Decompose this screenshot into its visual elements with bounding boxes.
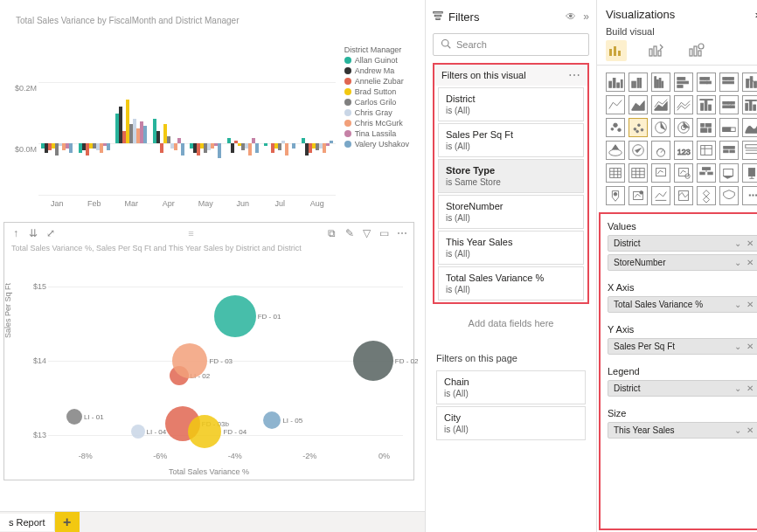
viz-type-icon[interactable] bbox=[651, 163, 670, 183]
legend-item[interactable]: Allan Guinot bbox=[344, 56, 409, 65]
viz-type-icon[interactable] bbox=[719, 73, 739, 92]
add-page-button[interactable]: + bbox=[55, 512, 80, 533]
viz-type-icon[interactable] bbox=[674, 186, 693, 205]
viz-type-icon[interactable] bbox=[719, 186, 739, 205]
viz-type-icon[interactable] bbox=[674, 163, 693, 183]
remove-icon[interactable]: ✕ bbox=[747, 342, 754, 351]
focus-icon[interactable]: ▭ bbox=[378, 227, 391, 239]
chevron-down-icon[interactable]: ⌄ bbox=[734, 383, 741, 393]
viz-type-icon[interactable] bbox=[651, 141, 670, 160]
legend-item[interactable]: Annelie Zubar bbox=[344, 77, 409, 86]
bar[interactable] bbox=[264, 143, 267, 146]
bar[interactable] bbox=[143, 126, 147, 143]
drill-up-icon[interactable]: ↑ bbox=[10, 227, 22, 239]
viz-type-icon[interactable] bbox=[606, 118, 625, 137]
field-well[interactable]: StoreNumber⌄✕ bbox=[608, 254, 757, 271]
viz-type-icon[interactable] bbox=[742, 95, 757, 114]
bubble[interactable] bbox=[66, 409, 82, 425]
expand-icon[interactable]: ⤢ bbox=[45, 227, 57, 239]
bar[interactable] bbox=[107, 143, 110, 150]
bubble[interactable] bbox=[188, 415, 221, 448]
viz-type-icon[interactable] bbox=[606, 95, 625, 114]
field-well[interactable]: Sales Per Sq Ft⌄✕ bbox=[608, 338, 757, 355]
bar[interactable] bbox=[167, 136, 170, 143]
more-icon[interactable]: ⋯ bbox=[396, 227, 408, 239]
legend-item[interactable]: Carlos Grilo bbox=[344, 98, 409, 107]
remove-icon[interactable]: ✕ bbox=[747, 238, 754, 248]
chart-scatter-sales-variance[interactable]: ↑ ⇊ ⤢ ≡ ⧉ ✎ ▽ ▭ ⋯ Total Sales Variance %… bbox=[3, 222, 414, 480]
drill-down-icon[interactable]: ⇊ bbox=[27, 227, 39, 239]
chart-bar-sales-variance[interactable]: Total Sales Variance by FiscalMonth and … bbox=[3, 3, 413, 206]
chevron-down-icon[interactable]: ⌄ bbox=[734, 425, 741, 435]
bar[interactable] bbox=[285, 143, 288, 155]
filter-card[interactable]: Sales Per Sq Ftis (All) bbox=[438, 123, 584, 157]
viz-type-icon[interactable] bbox=[697, 186, 716, 205]
bar[interactable] bbox=[248, 143, 252, 155]
bar[interactable] bbox=[156, 131, 160, 143]
pin-icon[interactable]: ✎ bbox=[344, 227, 356, 239]
more-icon[interactable]: ⋯ bbox=[568, 68, 580, 82]
filter-card[interactable]: Chainis (All) bbox=[436, 370, 586, 404]
viz-type-icon[interactable] bbox=[629, 73, 648, 92]
viz-type-icon[interactable] bbox=[697, 118, 716, 137]
viz-type-icon[interactable]: ⋯ bbox=[742, 186, 757, 205]
field-well[interactable]: This Year Sales⌄✕ bbox=[608, 422, 757, 439]
filter-card[interactable]: Total Sales Variance %is (All) bbox=[438, 266, 584, 301]
bar[interactable] bbox=[326, 143, 330, 146]
viz-type-icon[interactable] bbox=[629, 163, 648, 183]
viz-type-icon[interactable] bbox=[606, 186, 625, 205]
viz-type-icon[interactable] bbox=[651, 186, 670, 205]
legend-item[interactable]: Chris McGurk bbox=[344, 119, 409, 128]
remove-icon[interactable]: ✕ bbox=[747, 258, 754, 267]
chevron-down-icon[interactable]: ⌄ bbox=[734, 258, 741, 267]
bar[interactable] bbox=[231, 143, 234, 153]
tab-analytics[interactable] bbox=[686, 40, 707, 61]
filter-card[interactable]: Store Typeis Same Store bbox=[438, 159, 584, 193]
bar[interactable] bbox=[218, 143, 221, 158]
viz-type-icon[interactable] bbox=[629, 118, 648, 137]
field-well[interactable]: District⌄✕ bbox=[608, 380, 757, 397]
field-well[interactable]: Total Sales Variance %⌄✕ bbox=[608, 296, 757, 313]
copy-icon[interactable]: ⧉ bbox=[326, 227, 338, 239]
bar[interactable] bbox=[69, 143, 73, 153]
viz-type-icon[interactable] bbox=[674, 95, 693, 114]
viz-type-icon[interactable] bbox=[674, 73, 693, 92]
bar[interactable] bbox=[160, 143, 163, 153]
filter-icon[interactable]: ▽ bbox=[361, 227, 373, 239]
viz-type-icon[interactable] bbox=[742, 141, 757, 160]
bubble[interactable] bbox=[214, 295, 256, 337]
legend-item[interactable]: Valery Ushakov bbox=[344, 140, 409, 149]
legend-item[interactable]: Tina Lassila bbox=[344, 129, 409, 138]
viz-type-icon[interactable] bbox=[742, 163, 757, 183]
viz-type-icon[interactable] bbox=[719, 95, 739, 114]
viz-type-icon[interactable] bbox=[697, 73, 716, 92]
collapse-icon[interactable]: » bbox=[583, 10, 589, 23]
filter-card[interactable]: Cityis (All) bbox=[436, 406, 586, 440]
viz-type-icon[interactable] bbox=[651, 118, 670, 137]
viz-type-icon[interactable] bbox=[697, 141, 716, 160]
viz-type-icon[interactable] bbox=[697, 163, 716, 183]
viz-type-icon[interactable] bbox=[606, 163, 625, 183]
viz-type-icon[interactable] bbox=[742, 118, 757, 137]
chevron-down-icon[interactable]: ⌄ bbox=[734, 342, 741, 351]
remove-icon[interactable]: ✕ bbox=[747, 383, 754, 393]
field-well[interactable]: District⌄✕ bbox=[608, 235, 757, 252]
viz-type-icon[interactable] bbox=[674, 118, 693, 137]
bubble[interactable] bbox=[263, 411, 281, 429]
chevron-down-icon[interactable]: ⌄ bbox=[734, 238, 741, 248]
viz-type-icon[interactable] bbox=[651, 95, 670, 114]
remove-icon[interactable]: ✕ bbox=[747, 425, 754, 435]
eye-icon[interactable]: 👁 bbox=[566, 10, 576, 23]
bar[interactable] bbox=[292, 143, 295, 149]
legend-item[interactable]: Brad Sutton bbox=[344, 87, 409, 96]
bar[interactable] bbox=[330, 141, 333, 143]
filter-card[interactable]: Districtis (All) bbox=[438, 87, 584, 121]
viz-type-icon[interactable] bbox=[697, 95, 716, 114]
viz-type-icon[interactable] bbox=[629, 141, 648, 160]
bubble[interactable] bbox=[353, 341, 393, 381]
filter-card[interactable]: StoreNumberis (All) bbox=[438, 195, 584, 229]
viz-type-icon[interactable] bbox=[629, 95, 648, 114]
drag-grip[interactable]: ≡ bbox=[188, 228, 194, 238]
viz-type-icon[interactable] bbox=[606, 141, 625, 160]
tab-build-visual[interactable] bbox=[606, 40, 627, 61]
